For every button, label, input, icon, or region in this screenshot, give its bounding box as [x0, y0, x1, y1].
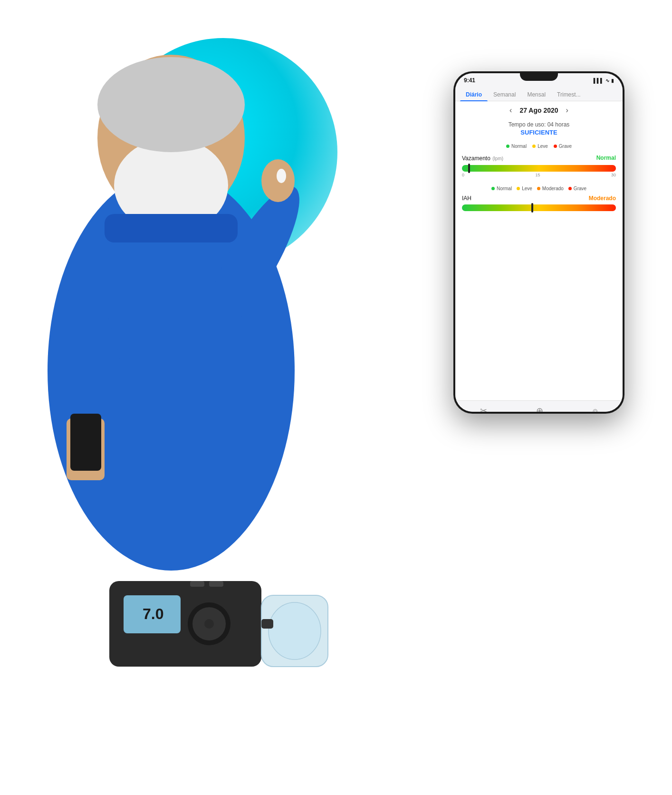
next-date-button[interactable]: › [566, 106, 568, 115]
cpap-device: 7.0 [95, 557, 342, 700]
vazamento-indicator [468, 164, 470, 173]
legend-label-grave: Grave [559, 144, 572, 149]
svg-rect-4 [105, 214, 238, 242]
phone-screen: 9:41 ▌▌▌ ∿ ▮ Diário Semanal Mensal Trime… [455, 73, 623, 412]
vazamento-bar-wrapper: 0 15 30 [462, 165, 616, 178]
legend2-label-leve: Leve [522, 186, 532, 191]
nav-profile-icon[interactable]: ⌾ [593, 406, 598, 412]
phone-notch [520, 71, 558, 81]
legend-normal: Normal [506, 144, 527, 149]
usage-status: SUFICIENTE [462, 129, 616, 136]
tab-mensal[interactable]: Mensal [521, 88, 551, 101]
legend-label-normal: Normal [511, 144, 527, 149]
metric-vazamento-header: Vazamento (lpm) Normal [462, 154, 616, 162]
svg-point-3 [97, 57, 245, 152]
tab-trimestral[interactable]: Trimest... [551, 88, 586, 101]
svg-text:7.0: 7.0 [143, 605, 163, 622]
legend-top: Normal Leve Grave [462, 144, 616, 149]
svg-rect-21 [261, 619, 273, 629]
legend-dot-grave [554, 145, 557, 148]
metric-vazamento-title: Vazamento (lpm) [462, 154, 503, 162]
legend2-moderado: Moderado [537, 186, 564, 191]
scale-0: 0 [462, 173, 464, 177]
legend2-dot-leve [517, 187, 520, 190]
phone-outer-shell: 9:41 ▌▌▌ ∿ ▮ Diário Semanal Mensal Trime… [453, 71, 624, 414]
legend-label-leve: Leve [538, 144, 548, 149]
scale-15: 15 [535, 173, 540, 177]
person-area [10, 0, 342, 609]
svg-point-10 [277, 169, 286, 183]
svg-rect-7 [70, 414, 101, 471]
phone-device: 9:41 ▌▌▌ ∿ ▮ Diário Semanal Mensal Trime… [453, 71, 624, 414]
metric-iah-header: IAH Moderado [462, 195, 616, 202]
current-date: 27 Ago 2020 [519, 107, 558, 114]
scene: 9:41 ▌▌▌ ∿ ▮ Diário Semanal Mensal Trime… [0, 0, 672, 795]
legend-grave: Grave [554, 144, 572, 149]
legend-dot-normal [506, 145, 509, 148]
legend2-dot-moderado [537, 187, 540, 190]
bottom-navigation: ✂ ⊕ ⌾ [455, 400, 623, 412]
svg-rect-18 [209, 581, 223, 587]
legend-middle: Normal Leve Moderado [462, 186, 616, 191]
metric-vazamento-value: Normal [596, 155, 616, 161]
scale-30: 30 [611, 173, 616, 177]
content-scroll: ‹ 27 Ago 2020 › Tempo de uso: 04 horas S… [455, 101, 623, 400]
nav-globe-icon[interactable]: ⊕ [536, 406, 543, 412]
legend2-label-grave: Grave [574, 186, 586, 191]
svg-rect-17 [190, 581, 204, 587]
date-navigation: ‹ 27 Ago 2020 › [462, 106, 616, 115]
metric-iah: IAH Moderado [462, 195, 616, 211]
usage-section: Tempo de uso: 04 horas SUFICIENTE [462, 121, 616, 136]
legend2-label-normal: Normal [497, 186, 512, 191]
legend2-normal: Normal [491, 186, 512, 191]
legend2-dot-grave [568, 187, 572, 190]
legend2-dot-normal [491, 187, 495, 190]
metric-vazamento: Vazamento (lpm) Normal 0 [462, 154, 616, 178]
iah-bar [462, 204, 616, 211]
wifi-icon: ∿ [605, 78, 609, 83]
metric-unit-text: (lpm) [492, 156, 503, 161]
nav-settings-icon[interactable]: ✂ [480, 406, 487, 412]
nav-tabs: Diário Semanal Mensal Trimest... [455, 86, 623, 101]
battery-icon: ▮ [611, 78, 614, 83]
svg-point-20 [269, 602, 321, 659]
tab-semanal[interactable]: Semanal [488, 88, 521, 101]
signal-icon: ▌▌▌ [594, 78, 604, 83]
usage-label: Tempo de uso: 04 horas [462, 121, 616, 128]
legend-leve: Leve [532, 144, 548, 149]
legend2-grave: Grave [568, 186, 586, 191]
metric-title-text: Vazamento [462, 155, 490, 162]
status-icons: ▌▌▌ ∿ ▮ [594, 78, 614, 83]
iah-indicator [531, 203, 533, 213]
vazamento-bar [462, 165, 616, 172]
metric-iah-title: IAH [462, 195, 471, 202]
vazamento-scale: 0 15 30 [462, 172, 616, 178]
legend2-label-moderado: Moderado [542, 186, 564, 191]
iah-bar-wrapper [462, 204, 616, 211]
tab-diario[interactable]: Diário [460, 88, 488, 101]
svg-point-16 [204, 619, 214, 629]
metric-iah-value: Moderado [589, 195, 616, 202]
prev-date-button[interactable]: ‹ [509, 106, 512, 115]
legend-dot-leve [532, 145, 536, 148]
status-time: 9:41 [464, 77, 475, 84]
legend2-leve: Leve [517, 186, 532, 191]
screen-content: ‹ 27 Ago 2020 › Tempo de uso: 04 horas S… [455, 101, 623, 412]
